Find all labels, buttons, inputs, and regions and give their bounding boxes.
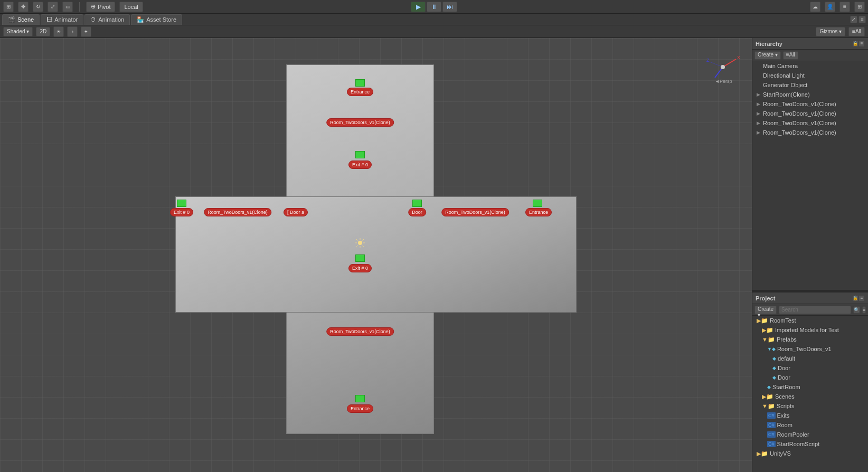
hierarchy-item-room2[interactable]: ▶ Room_TwoDoors_v1(Clone) [752,109,868,118]
tree-scripts[interactable]: ▼📁 Scripts [752,401,868,411]
layers-icon[interactable]: ≡ [839,2,850,12]
label-entrance-right: Entrance [525,208,552,216]
move-tool[interactable]: ✥ [18,2,29,12]
hierarchy-item-directional-light[interactable]: Directional Light [752,71,868,80]
project-create-btn[interactable]: Create ▾ [754,306,777,314]
hierarchy-create-btn[interactable]: Create ▾ [754,51,781,60]
maximize-scene[interactable]: ⤢ [850,16,857,23]
tree-roompooler[interactable]: C# RoomPooler [752,430,868,439]
tree-room-script[interactable]: C# Room [752,420,868,430]
tree-room-twodoors[interactable]: ▼◆ Room_TwoDoors_v1 [752,344,868,354]
hierarchy-lock[interactable]: 🔒 [852,41,858,47]
project-search[interactable] [779,306,851,314]
label-room-right: Room_TwoDoors_v1(Clone) [441,208,509,216]
scene-toolbar: Shaded▾ 2D ☀ ♪ ✦ Gizmos ▾ ≡All [0,25,868,38]
right-panel: Hierarchy 🔒 ≡ Create ▾ ≡All Main Camera … [752,38,868,472]
script-icon-startroom: C# [767,441,776,447]
2d-toggle[interactable]: 2D [36,27,50,36]
sun-glow [355,238,365,248]
tree-prefabs[interactable]: ▼📁 Prefabs [752,335,868,344]
folder-icon-roomtest: ▶📁 [757,317,768,324]
cloud-icon[interactable]: ☁ [810,2,820,12]
unity-icon[interactable]: ⊞ [3,2,14,12]
svg-text:Z: Z [706,58,710,63]
label-entrance-bot: Entrance [347,404,373,413]
top-toolbar: ⊞ ✥ ↻ ⤢ ▭ ⊕ Pivot Local ▶ ⏸ ⏭ ☁ 👤 ≡ ⊞ [0,0,868,14]
hierarchy-item-room3[interactable]: ▶ Room_TwoDoors_v1(Clone) [752,118,868,128]
local-button[interactable]: Local [119,2,143,12]
hierarchy-item-room4[interactable]: ▶ Room_TwoDoors_v1(Clone) [752,128,868,137]
hierarchy-list: Main Camera Directional Light Generator … [752,61,868,137]
pivot-button[interactable]: ⊕ Pivot [86,2,115,12]
tree-default[interactable]: ◆ default [752,354,868,363]
svg-line-8 [356,246,358,247]
scene-viewport[interactable]: Entrance Room_TwoDoors_v1(Clone) Exit # … [0,38,752,472]
label-door-right: Door [408,208,426,216]
label-room-left: Room_TwoDoors_v1(Clone) [204,208,271,216]
tree-startroom[interactable]: ◆ StartRoom [752,382,868,392]
tree-startroom-script[interactable]: C# StartRoomScript [752,439,868,449]
tab-asset-store[interactable]: 🏪 Asset Store [131,14,182,25]
account-icon[interactable]: 👤 [825,2,835,12]
fx-toggle[interactable]: ✦ [81,26,91,37]
tab-scene[interactable]: 🎬 Scene [2,14,40,25]
tree-imported-models[interactable]: ▶📁 Imported Models for Test [752,325,868,335]
hierarchy-item-startroom[interactable]: ▶ StartRoom(Clone) [752,90,868,99]
scale-tool[interactable]: ⤢ [48,2,58,12]
pause-button[interactable]: ⏸ [427,2,441,12]
rect-tool[interactable]: ▭ [62,2,73,12]
hierarchy-panel: Hierarchy 🔒 ≡ Create ▾ ≡All Main Camera … [752,38,868,290]
project-lock[interactable]: 🔒 [852,295,858,301]
label-room-top: Room_TwoDoors_v1(Clone) [326,118,394,127]
more-options[interactable]: ≡ [858,16,866,23]
tree-scenes[interactable]: ▶📁 Scenes [752,392,868,401]
folder-icon-unityvs: ▶📁 [757,450,768,457]
hierarchy-toolbar: Create ▾ ≡All [752,50,868,61]
label-room-bot: Room_TwoDoors_v1(Clone) [326,327,394,336]
tree-door-2[interactable]: ◆ Door [752,373,868,382]
tree-unityvs[interactable]: ▶📁 UnityVS [752,449,868,458]
arrow-room4: ▶ [757,130,763,135]
lights-toggle[interactable]: ☀ [53,26,64,37]
prefab-icon-default: ◆ [772,356,776,361]
project-more[interactable]: ≡ [858,295,865,301]
hierarchy-item-main-camera[interactable]: Main Camera [752,61,868,71]
hierarchy-item-generator-object[interactable]: Generator Object [752,80,868,90]
tab-animation[interactable]: ⏱ Animation [84,14,130,25]
label-exit-left: Exit # 0 [170,208,193,216]
all-layers[interactable]: ≡All [848,27,865,36]
green-block-entrance-right [533,200,542,207]
step-button[interactable]: ⏭ [442,2,457,12]
tree-exits[interactable]: C# Exits [752,411,868,420]
shaded-dropdown[interactable]: Shaded▾ [3,27,33,36]
assetstore-icon: 🏪 [137,16,144,23]
folder-icon-imported: ▶📁 [762,327,773,334]
svg-point-0 [358,241,362,245]
project-filter-icon[interactable]: ≡ [862,306,866,314]
project-search-icon[interactable]: 🔍 [853,306,860,314]
label-exit-top: Exit # 0 [348,161,372,169]
rotate-tool[interactable]: ↻ [33,2,43,12]
svg-line-5 [356,239,358,241]
hierarchy-more[interactable]: ≡ [858,41,865,47]
tab-animator[interactable]: 🎞 Animator [41,14,83,25]
tree-door-1[interactable]: ◆ Door [752,363,868,373]
script-icon-roompooler: C# [767,431,776,438]
green-block-exit-mid [355,254,365,262]
audio-toggle[interactable]: ♪ [67,26,78,37]
tree-roomtest[interactable]: ▶📁 RoomTest [752,316,868,325]
hierarchy-title: Hierarchy [756,41,782,47]
arrow-startroom: ▶ [757,92,763,97]
play-button[interactable]: ▶ [411,2,426,12]
green-block-entrance-bot [355,395,365,402]
svg-line-7 [363,239,364,241]
hierarchy-item-room1[interactable]: ▶ Room_TwoDoors_v1(Clone) [752,99,868,109]
gizmos-dropdown[interactable]: Gizmos ▾ [816,27,845,36]
hierarchy-all-btn[interactable]: ≡All [783,51,798,60]
svg-line-6 [363,246,364,247]
label-door-left: [ Door a [284,208,308,216]
gizmo-compass: X Z ◄Persp [704,49,741,86]
green-block-exit-top [355,151,365,158]
script-icon-exits: C# [767,412,776,419]
layout-icon[interactable]: ⊞ [854,2,865,12]
